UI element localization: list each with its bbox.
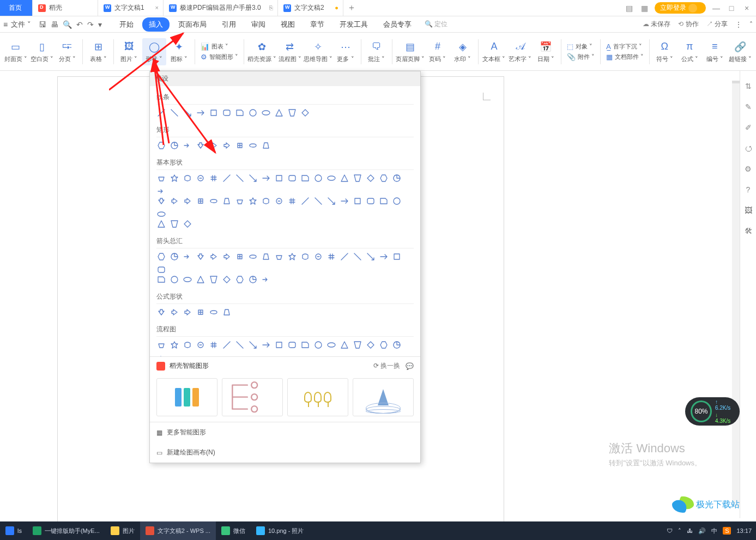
tray-sogou-icon[interactable]: S [723,527,731,535]
shape-item[interactable] [196,108,205,118]
shape-item[interactable] [235,252,245,262]
qat-preview[interactable]: 🔍 [63,20,72,29]
shape-item[interactable] [156,252,166,262]
shape-item[interactable] [248,173,258,183]
ribbon-sym[interactable]: Ω符号 ˅ [652,38,676,65]
qat-redo[interactable]: ↷ [87,20,94,29]
shape-item[interactable] [156,173,166,183]
shape-item[interactable] [170,108,179,118]
shape-item[interactable] [222,252,232,262]
shape-item[interactable] [170,275,179,284]
qat-undo[interactable]: ↶ [76,20,83,29]
shape-item[interactable] [392,252,402,262]
window-close[interactable]: × [742,4,752,13]
shape-item[interactable] [274,173,284,183]
tray-vol-icon[interactable]: 🔊 [698,527,706,535]
ribbon-blank[interactable]: ▯空白页 ˅ [29,38,55,65]
smart-template-3[interactable] [287,378,348,416]
tray-net-icon[interactable]: 🖧 [687,527,693,534]
shape-item[interactable] [196,252,205,262]
shape-item[interactable] [261,252,271,262]
shape-item[interactable] [340,340,349,350]
shape-item[interactable] [235,275,245,284]
shape-item[interactable] [170,219,179,229]
tray-up-icon[interactable]: ˄ [678,527,681,535]
vscrollbar[interactable] [732,81,740,507]
shape-item[interactable] [366,196,376,206]
share-button[interactable]: ↗ 分享 [706,20,728,29]
shape-item[interactable] [222,307,232,317]
menu-collapse[interactable]: ˄ [749,21,753,28]
shape-item[interactable] [313,340,323,350]
shape-item[interactable] [287,340,297,350]
shape-item[interactable] [170,307,179,317]
menu-tab-开始[interactable]: 开始 [113,17,140,32]
shape-item[interactable] [196,340,205,350]
new-drawing-canvas[interactable]: ▭新建绘图画布(N) [150,442,420,463]
shape-item[interactable] [248,252,258,262]
shape-item[interactable] [274,340,284,350]
ribbon-flow[interactable]: ⇄流程图 ˅ [277,38,303,65]
side-edit-icon[interactable]: ✐ [745,123,752,132]
shape-item[interactable] [209,108,219,118]
shape-item[interactable] [353,252,362,262]
shape-item[interactable] [300,173,310,183]
ribbon-dc[interactable]: A̲ 首字下沉 ˅ [606,43,644,51]
shape-item[interactable] [300,340,310,350]
window-maximize[interactable]: □ [727,4,736,13]
shape-item[interactable] [340,173,349,183]
menu-tab-会员专享[interactable]: 会员专享 [377,17,418,32]
shape-item[interactable] [248,196,258,206]
shape-item[interactable] [326,196,336,206]
grid3-icon[interactable]: ▤ [624,4,634,13]
shape-item[interactable] [222,108,232,118]
ribbon-mind[interactable]: ✧思维导图 ˅ [304,38,332,65]
shape-item[interactable] [235,196,245,206]
menu-tab-章节[interactable]: 章节 [304,17,331,32]
ribbon-break[interactable]: ⮓分页 ˅ [55,38,79,65]
shape-item[interactable] [209,252,219,262]
ribbon-eq[interactable]: π公式 ˅ [678,38,701,65]
shape-item[interactable] [209,340,219,350]
shape-item[interactable] [222,275,232,284]
menu-tab-页面布局[interactable]: 页面布局 [172,17,213,32]
more-smart-shapes[interactable]: ▦更多智能图形 [150,422,420,442]
login-button[interactable]: 立即登录 [655,2,706,14]
smart-template-4[interactable] [353,378,414,416]
shape-item[interactable] [183,196,192,206]
shape-item[interactable] [235,141,245,150]
shape-item[interactable] [248,141,258,150]
side-tools-icon[interactable]: 🛠 [745,227,752,235]
close-icon[interactable]: × [155,4,159,11]
shape-item[interactable] [392,340,402,350]
shape-item[interactable] [209,275,219,284]
shape-item[interactable] [196,141,205,150]
shape-item[interactable] [183,141,192,150]
tab-doc-2[interactable]: 文字文稿2● [278,0,343,16]
shape-item[interactable] [183,340,192,350]
shape-item[interactable] [222,173,232,183]
shape-item[interactable] [326,173,336,183]
shape-item[interactable] [261,108,271,118]
menu-tab-视图[interactable]: 视图 [274,17,301,32]
shape-item[interactable] [392,173,402,183]
shape-item[interactable] [170,252,179,262]
ribbon-obj[interactable]: ⬚ 对象 ˅ [567,43,595,51]
shape-item[interactable] [183,307,192,317]
shape-item[interactable] [196,196,205,206]
shape-item[interactable] [196,307,205,317]
shape-item[interactable] [209,141,219,150]
shape-item[interactable] [183,108,192,118]
shape-item[interactable] [379,340,389,350]
shape-item[interactable] [313,196,323,206]
hamburger-icon[interactable]: ≡ [3,20,8,29]
shape-item[interactable] [274,108,284,118]
shape-item[interactable] [248,275,258,284]
ribbon-table[interactable]: ⊞表格 ˅ [86,38,110,65]
side-settings-icon[interactable]: ⚙ [745,165,752,173]
menu-tab-插入[interactable]: 插入 [142,17,170,32]
shape-item[interactable] [222,141,232,150]
shape-item[interactable] [326,340,336,350]
new-tab-button[interactable]: ＋ [343,0,360,16]
shape-item[interactable] [170,196,179,206]
